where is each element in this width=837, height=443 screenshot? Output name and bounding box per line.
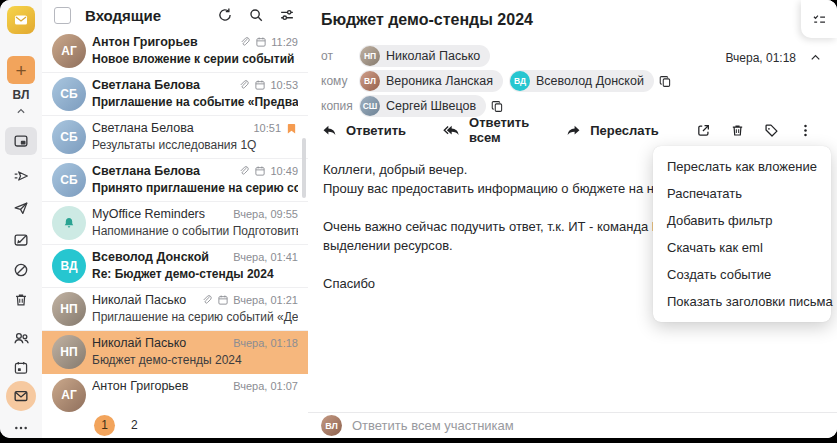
tag-icon[interactable]	[763, 122, 780, 139]
tasks-panel-tab[interactable]	[801, 0, 837, 38]
list-item[interactable]: СБ Светлана Белова 10:51	[42, 116, 308, 159]
sender-name: Светлана Белова	[92, 121, 249, 135]
compose-new-button[interactable]: +	[7, 56, 35, 84]
recipient-chip[interactable]: НП Николай Пасько	[359, 45, 490, 67]
sidebar-item-contacts[interactable]	[6, 323, 36, 353]
reply-all-button[interactable]: Ответить всем	[442, 115, 529, 145]
kebab-menu-icon[interactable]	[797, 122, 814, 139]
avatar: ВЛ	[321, 415, 342, 436]
sender-name: Антон Григорьев	[92, 379, 229, 393]
avatar: СБ	[52, 77, 86, 111]
avatar: НП	[52, 335, 86, 369]
list-item[interactable]: ВД Всеволод Донской Вчера, 01:41	[42, 245, 308, 288]
list-item[interactable]: СБ Светлана Белова 10:53	[42, 73, 308, 116]
timestamp: Вчера, 01:21	[233, 294, 298, 306]
sender-name: Николай Пасько	[92, 336, 229, 350]
subject: Принято приглашение на серию событий «..…	[92, 181, 298, 195]
copy-cc-icon[interactable]	[490, 99, 505, 114]
user-initials[interactable]: ВЛ	[6, 88, 36, 102]
attachment-icon	[239, 36, 251, 48]
calendar-icon	[217, 294, 229, 306]
quick-reply-bar[interactable]: ВЛ Ответить всем участникам	[308, 412, 837, 438]
subject: Приглашение на серию событий «Демо стен.…	[92, 310, 298, 324]
menu-item[interactable]: Переслать как вложение	[653, 153, 831, 180]
select-all-checkbox[interactable]	[54, 7, 71, 24]
list-item[interactable]: НП Николай Пасько Вчера, 01:18	[42, 331, 308, 374]
sidebar-item-outbox[interactable]	[6, 161, 36, 191]
list-item[interactable]: НП Николай Пасько Вчера, 01:21	[42, 288, 308, 331]
calendar-icon	[254, 165, 266, 177]
cc-chips: СШ Сергей Швецов	[359, 95, 486, 117]
from-label: от	[321, 49, 359, 63]
list-item[interactable]: MyOffice Reminders Вчера, 09:55 Напомина…	[42, 202, 308, 245]
reply-placeholder: Ответить всем участникам	[352, 418, 514, 433]
subject: Новое вложение к серии событий «Аналити.…	[92, 52, 298, 66]
forward-button[interactable]: Переслать	[565, 122, 659, 139]
left-rail: + ВЛ	[0, 0, 43, 438]
list-header: Входящие	[42, 0, 308, 30]
subject: Результаты исследования 1Q	[92, 138, 298, 152]
avatar: НП	[360, 46, 380, 66]
list-item[interactable]: АГ Антон Григорьев 11:29	[42, 30, 308, 73]
page-2-button[interactable]: 2	[131, 418, 138, 432]
avatar: НП	[52, 292, 86, 326]
to-label: кому	[321, 74, 359, 88]
sender-name: Николай Пасько	[92, 293, 197, 307]
recipient-chip[interactable]: СШ Сергей Швецов	[359, 95, 486, 117]
avatar: АГ	[52, 378, 86, 412]
sidebar-item-drafts[interactable]	[6, 225, 36, 255]
more-icon[interactable]	[6, 413, 36, 438]
list-scrollbar[interactable]	[302, 138, 306, 198]
open-in-new-window-icon[interactable]	[695, 122, 712, 139]
pagination: 1 2	[42, 412, 308, 438]
menu-item[interactable]: Распечатать	[653, 180, 831, 207]
timestamp: Вчера, 01:18	[233, 337, 298, 349]
timestamp: 10:51	[253, 122, 281, 134]
from-chips: НП Николай Пасько	[359, 45, 490, 67]
menu-item[interactable]: Скачать как eml	[653, 234, 831, 261]
mail-actions-bar: Ответить Ответить всем Переслать	[321, 117, 801, 143]
app-window: + ВЛ	[0, 0, 837, 438]
message-list-panel: Входящие АГ Антон Григорьев	[42, 0, 309, 438]
collapse-header-icon[interactable]	[808, 50, 823, 65]
avatar: ВД	[52, 249, 86, 283]
sidebar-item-spam[interactable]	[6, 255, 36, 285]
menu-item[interactable]: Показать заголовки письма	[653, 288, 831, 315]
app-logo-icon	[7, 6, 35, 34]
recipient-chip[interactable]: ВЛ Вероника Ланская	[359, 70, 503, 92]
calendar-icon	[254, 79, 266, 91]
list-item[interactable]: СБ Светлана Белова 10:49	[42, 159, 308, 202]
recipient-chip[interactable]: ВД Всеволод Донской	[509, 70, 654, 92]
subject: Приглашение на событие «Предварительно..…	[92, 95, 298, 109]
timestamp: Вчера, 01:41	[233, 251, 298, 263]
sidebar-item-sent[interactable]	[6, 193, 36, 223]
delete-icon[interactable]	[729, 122, 746, 139]
mail-date-block: Вчера, 01:18	[725, 50, 823, 65]
copy-recipients-icon[interactable]	[658, 74, 673, 89]
bookmark-flag-icon	[285, 122, 298, 135]
avatar: СБ	[52, 120, 86, 154]
avatar: СБ	[52, 163, 86, 197]
menu-item[interactable]: Создать событие	[653, 261, 831, 288]
recipient-name: Всеволод Донской	[536, 74, 644, 88]
timestamp: 11:29	[271, 36, 298, 48]
cc-label: копия	[321, 99, 359, 113]
chevron-up-icon[interactable]	[6, 103, 36, 119]
recipient-name: Вероника Ланская	[386, 74, 493, 88]
sidebar-item-inbox[interactable]	[5, 127, 37, 155]
list-item[interactable]: АГ Антон Григорьев Вчера, 01:07	[42, 374, 308, 412]
sidebar-item-mail[interactable]	[6, 381, 36, 411]
mail-date: Вчера, 01:18	[725, 51, 796, 65]
sender-name: Светлана Белова	[92, 164, 234, 178]
sender-name: Светлана Белова	[92, 78, 234, 92]
avatar: СШ	[360, 96, 380, 116]
filter-icon[interactable]	[278, 6, 296, 24]
attachment-icon	[201, 294, 213, 306]
page-1-button[interactable]: 1	[94, 415, 115, 436]
reply-button[interactable]: Ответить	[321, 122, 406, 139]
sidebar-item-trash[interactable]	[6, 285, 36, 315]
sidebar-item-calendar[interactable]	[6, 353, 36, 383]
refresh-icon[interactable]	[216, 6, 234, 24]
menu-item[interactable]: Добавить фильтр	[653, 207, 831, 234]
search-icon[interactable]	[247, 6, 265, 24]
